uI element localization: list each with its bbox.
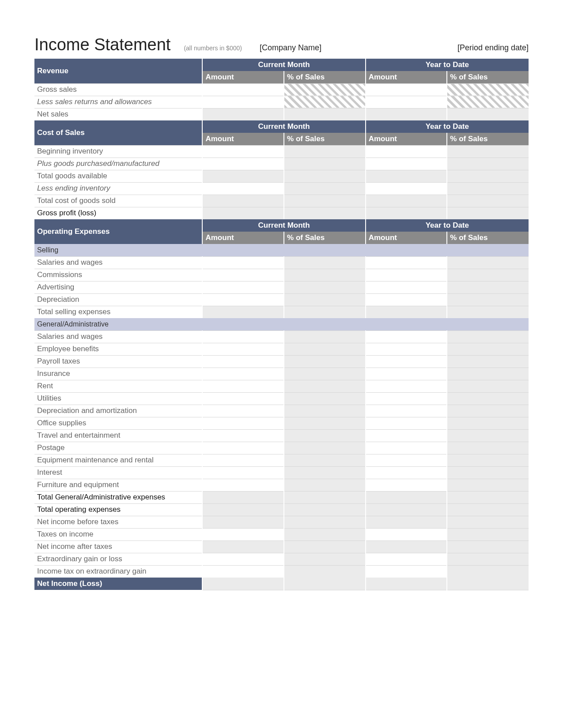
table-row: Taxes on income (34, 528, 529, 540)
table-row: Net income after taxes (34, 540, 529, 553)
subsection-ga: General/Administrative (34, 318, 529, 330)
col-amount: Amount (366, 71, 447, 83)
table-row: Total cost of goods sold (34, 195, 529, 207)
table-row: Gross profit (loss) (34, 207, 529, 219)
table-row: Less sales returns and allowances (34, 96, 529, 108)
income-statement-table: Revenue Current Month Year to Date Amoun… (34, 59, 529, 590)
section-opex: Operating Expenses (34, 219, 202, 244)
table-row: Payroll taxes (34, 355, 529, 368)
document-header: Income Statement (all numbers in $000) [… (34, 35, 529, 54)
col-pct: % of Sales (447, 71, 529, 83)
table-row: Total goods available (34, 170, 529, 182)
table-row: Postage (34, 442, 529, 454)
table-row: Interest (34, 466, 529, 479)
table-row: Beginning inventory (34, 145, 529, 158)
table-row: Less ending inventory (34, 182, 529, 195)
table-row: Travel and entertainment (34, 429, 529, 442)
table-row: Advertising (34, 281, 529, 293)
table-row: Commissions (34, 269, 529, 281)
period-ytd: Year to Date (366, 59, 529, 71)
table-row: Total selling expenses (34, 306, 529, 318)
section-revenue: Revenue (34, 59, 202, 83)
table-row: Plus goods purchased/manufactured (34, 158, 529, 170)
page-title: Income Statement (34, 35, 170, 54)
table-row: Extraordinary gain or loss (34, 553, 529, 565)
period-current: Current Month (202, 59, 365, 71)
table-row: Depreciation and amortization (34, 405, 529, 417)
table-row: Gross sales (34, 83, 529, 96)
table-row: Insurance (34, 368, 529, 380)
col-pct: % of Sales (284, 71, 366, 83)
table-row: Rent (34, 380, 529, 392)
units-note: (all numbers in $000) (184, 45, 242, 52)
table-row: Salaries and wages (34, 256, 529, 269)
net-income-row: Net Income (Loss) (34, 578, 529, 590)
table-row: Utilities (34, 392, 529, 405)
table-row: Office supplies (34, 417, 529, 429)
table-row: Net sales (34, 108, 529, 120)
table-row: Employee benefits (34, 343, 529, 355)
table-row: Depreciation (34, 293, 529, 306)
col-amount: Amount (202, 71, 284, 83)
section-cos: Cost of Sales (34, 120, 202, 145)
table-row: Equipment maintenance and rental (34, 454, 529, 466)
company-name: [Company Name] (260, 43, 457, 53)
table-row: Total operating expenses (34, 503, 529, 516)
period-ending: [Period ending date] (457, 43, 529, 53)
table-row: Furniture and equipment (34, 479, 529, 491)
table-row: Salaries and wages (34, 330, 529, 343)
table-row: Total General/Administrative expenses (34, 491, 529, 503)
table-row: Net income before taxes (34, 516, 529, 528)
table-row: Income tax on extraordinary gain (34, 565, 529, 578)
subsection-selling: Selling (34, 244, 529, 256)
